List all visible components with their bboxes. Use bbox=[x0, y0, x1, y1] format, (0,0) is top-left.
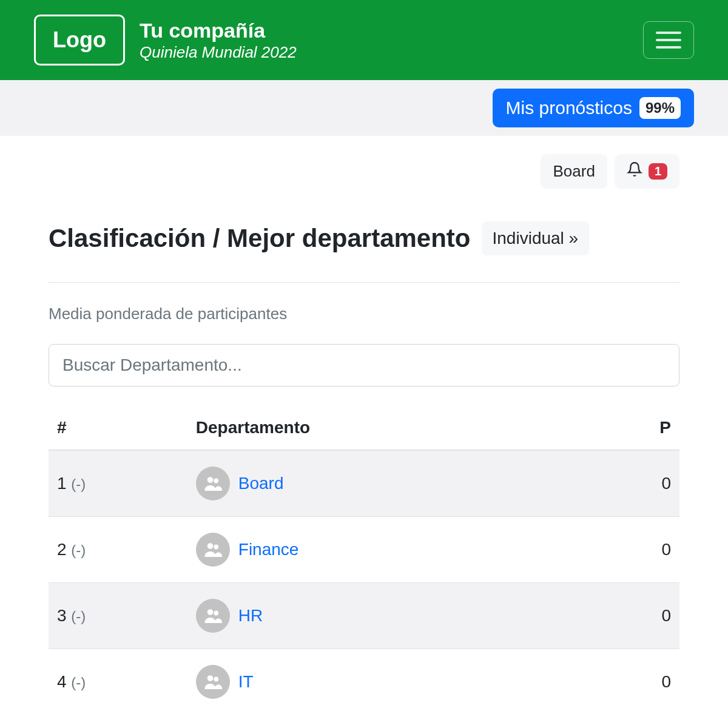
svg-point-0 bbox=[207, 477, 213, 483]
rank-cell: 1 (-) bbox=[49, 450, 187, 517]
points-cell: 0 bbox=[553, 517, 679, 583]
th-rank: # bbox=[49, 406, 187, 450]
department-cell: IT bbox=[187, 649, 553, 715]
individual-link[interactable]: Individual » bbox=[482, 221, 590, 255]
table-row: 1 (-)Board0 bbox=[49, 450, 679, 517]
department-link[interactable]: HR bbox=[238, 606, 263, 625]
department-cell: Board bbox=[187, 450, 553, 517]
secondary-bar: Mis pronósticos 99% bbox=[0, 80, 728, 136]
table-row: 3 (-)HR0 bbox=[49, 583, 679, 649]
hamburger-icon bbox=[656, 32, 681, 34]
rank-delta: (-) bbox=[71, 542, 86, 558]
group-icon bbox=[196, 665, 230, 699]
table-row: 4 (-)IT0 bbox=[49, 649, 679, 715]
menu-toggle-button[interactable] bbox=[643, 21, 694, 59]
ranking-table: # Departamento P 1 (-)Board02 (-)Finance… bbox=[49, 406, 679, 715]
table-row: 2 (-)Finance0 bbox=[49, 517, 679, 583]
page-subtitle: Media ponderada de participantes bbox=[49, 305, 679, 323]
page-header: Clasificación / Mejor departamento Indiv… bbox=[49, 221, 679, 283]
svg-point-7 bbox=[214, 677, 218, 682]
svg-point-6 bbox=[207, 675, 213, 681]
my-predictions-badge: 99% bbox=[639, 97, 681, 119]
svg-point-2 bbox=[207, 543, 213, 549]
svg-point-3 bbox=[214, 545, 218, 550]
rank-delta: (-) bbox=[71, 674, 86, 690]
th-department: Departamento bbox=[187, 406, 553, 450]
rank-cell: 2 (-) bbox=[49, 517, 187, 583]
brand-title: Tu compañía bbox=[140, 18, 297, 43]
brand-subtitle: Quiniela Mundial 2022 bbox=[140, 43, 297, 62]
navbar-brand[interactable]: Logo Tu compañía Quiniela Mundial 2022 bbox=[34, 15, 297, 66]
points-cell: 0 bbox=[553, 583, 679, 649]
logo: Logo bbox=[34, 15, 125, 66]
notifications-button[interactable]: 1 bbox=[615, 154, 679, 189]
department-link[interactable]: Board bbox=[238, 474, 284, 493]
notifications-badge: 1 bbox=[649, 163, 667, 180]
rank-number: 3 bbox=[57, 606, 67, 625]
group-icon bbox=[196, 467, 230, 500]
rank-delta: (-) bbox=[71, 476, 86, 492]
th-points: P bbox=[553, 406, 679, 450]
board-chip[interactable]: Board bbox=[541, 154, 607, 189]
brand-text: Tu compañía Quiniela Mundial 2022 bbox=[140, 18, 297, 62]
search-input[interactable] bbox=[49, 344, 679, 386]
my-predictions-label: Mis pronósticos bbox=[506, 98, 632, 118]
my-predictions-button[interactable]: Mis pronósticos 99% bbox=[493, 89, 694, 127]
rank-delta: (-) bbox=[71, 608, 86, 624]
department-link[interactable]: Finance bbox=[238, 540, 299, 559]
svg-point-5 bbox=[214, 611, 218, 616]
points-cell: 0 bbox=[553, 649, 679, 715]
page-title: Clasificación / Mejor departamento bbox=[49, 224, 471, 253]
rank-number: 4 bbox=[57, 672, 67, 691]
department-cell: HR bbox=[187, 583, 553, 649]
department-cell: Finance bbox=[187, 517, 553, 583]
rank-cell: 4 (-) bbox=[49, 649, 187, 715]
board-chip-label: Board bbox=[553, 162, 595, 181]
group-icon bbox=[196, 599, 230, 633]
department-link[interactable]: IT bbox=[238, 672, 254, 692]
navbar: Logo Tu compañía Quiniela Mundial 2022 bbox=[0, 0, 728, 80]
rank-cell: 3 (-) bbox=[49, 583, 187, 649]
svg-point-4 bbox=[207, 609, 213, 615]
rank-number: 2 bbox=[57, 540, 67, 559]
main-content: Board 1 Clasificación / Mejor departamen… bbox=[0, 136, 728, 715]
group-icon bbox=[196, 533, 230, 567]
rank-number: 1 bbox=[57, 474, 67, 493]
points-cell: 0 bbox=[553, 450, 679, 517]
svg-point-1 bbox=[214, 479, 218, 484]
top-actions: Board 1 bbox=[49, 154, 679, 189]
bell-icon bbox=[627, 161, 642, 181]
